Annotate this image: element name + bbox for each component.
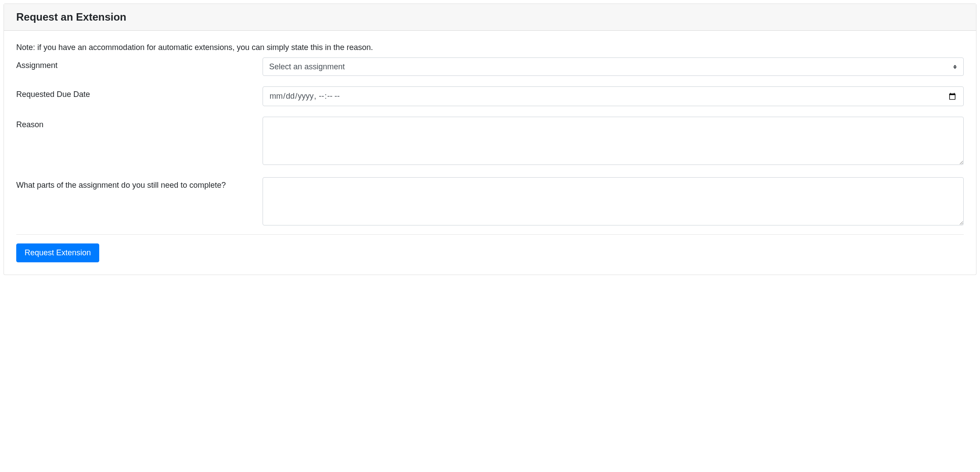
parts-remaining-row: What parts of the assignment do you stil… [16, 177, 964, 227]
assignment-control-wrap: Select an assignment [263, 57, 964, 76]
divider [16, 234, 964, 235]
reason-label: Reason [16, 117, 263, 129]
card-title: Request an Extension [16, 11, 964, 23]
parts-remaining-control-wrap [263, 177, 964, 227]
reason-row: Reason [16, 117, 964, 167]
parts-remaining-textarea[interactable] [263, 177, 964, 225]
assignment-select[interactable]: Select an assignment [263, 57, 964, 76]
accommodation-note: Note: if you have an accommodation for a… [16, 43, 964, 52]
parts-remaining-label: What parts of the assignment do you stil… [16, 177, 263, 190]
card-body: Note: if you have an accommodation for a… [4, 31, 976, 275]
request-extension-button[interactable]: Request Extension [16, 243, 99, 262]
due-date-control-wrap [263, 86, 964, 106]
due-date-input[interactable] [263, 86, 964, 106]
due-date-label: Requested Due Date [16, 86, 263, 99]
assignment-select-wrap: Select an assignment [263, 57, 964, 76]
assignment-row: Assignment Select an assignment [16, 57, 964, 76]
reason-textarea[interactable] [263, 117, 964, 165]
extension-request-card: Request an Extension Note: if you have a… [4, 4, 976, 275]
assignment-label: Assignment [16, 57, 263, 70]
reason-control-wrap [263, 117, 964, 167]
card-header: Request an Extension [4, 4, 976, 31]
due-date-row: Requested Due Date [16, 86, 964, 106]
